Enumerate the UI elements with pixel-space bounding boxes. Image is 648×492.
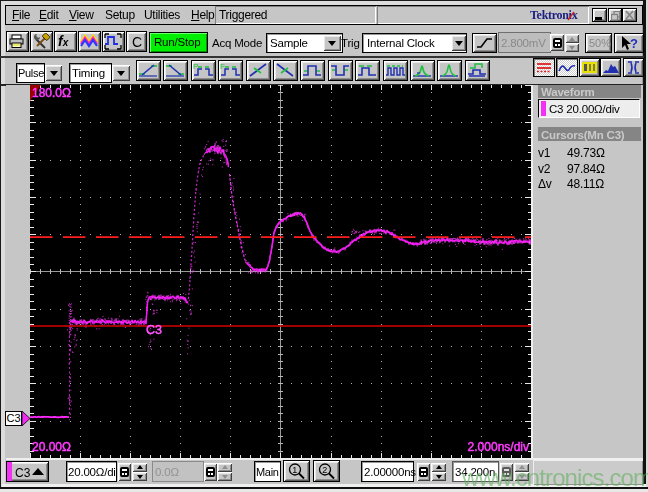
svg-text:2: 2 [322, 465, 327, 475]
svg-text:1: 1 [292, 465, 297, 475]
svg-text:180.0Ω: 180.0Ω [32, 86, 71, 100]
svg-text:C3: C3 [146, 323, 162, 337]
svg-text:?: ? [630, 36, 638, 51]
svg-text:2.000ns/div: 2.000ns/div [468, 440, 529, 454]
svg-text:20.00Ω: 20.00Ω [32, 440, 71, 454]
